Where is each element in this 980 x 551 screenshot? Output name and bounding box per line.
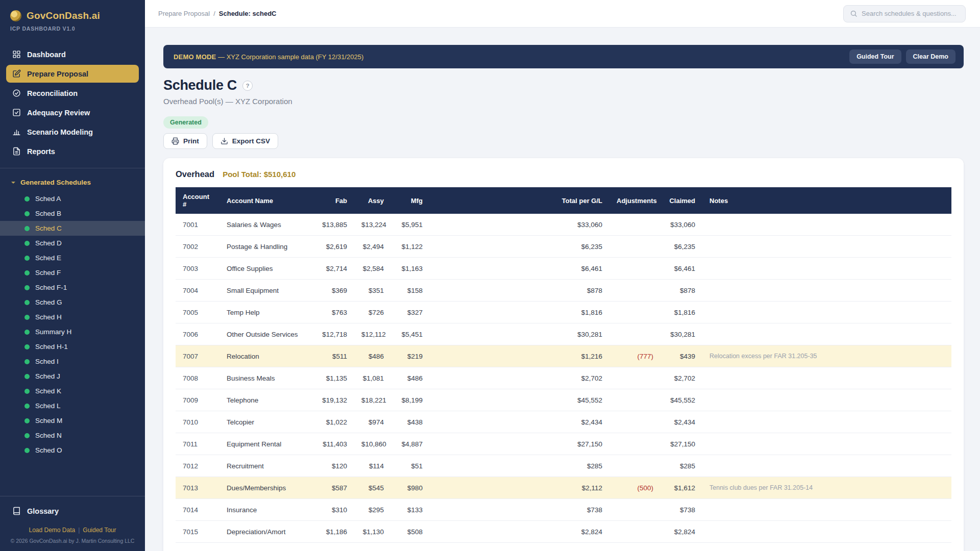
cell-mfg: $980	[391, 477, 430, 499]
cell-notes: Relocation excess per FAR 31.205-35	[702, 345, 951, 367]
schedule-item-sched-g[interactable]: Sched G	[0, 295, 145, 310]
help-icon[interactable]: ?	[242, 81, 253, 91]
guided-tour-link[interactable]: Guided Tour	[83, 527, 116, 534]
cell-mfg: $5,951	[391, 214, 430, 236]
column-header-mfg: Mfg	[391, 187, 430, 214]
cell-name: Relocation	[219, 345, 307, 367]
cell-assy: $974	[354, 411, 391, 433]
schedule-item-sched-h[interactable]: Sched H	[0, 310, 145, 324]
sidebar-item-dashboard[interactable]: Dashboard	[6, 45, 139, 63]
status-dot-icon	[24, 226, 30, 231]
schedule-item-label: Sched D	[35, 239, 62, 247]
cell-mfg: $486	[391, 367, 430, 389]
cell-total: $2,824	[430, 521, 609, 543]
check-circle-icon	[12, 89, 21, 97]
schedule-item-label: Sched L	[35, 402, 61, 410]
sidebar-item-reports[interactable]: Reports	[6, 142, 139, 160]
cell-adjustments	[609, 543, 660, 551]
cell-claimed: $439	[660, 345, 702, 367]
column-header-account-name: Account Name	[219, 187, 307, 214]
load-demo-data-link[interactable]: Load Demo Data	[29, 527, 75, 534]
sidebar-footer: Glossary Load Demo Data|Guided Tour © 20…	[0, 496, 145, 551]
cell-claimed: $285	[660, 455, 702, 477]
column-header-account-: Account #	[176, 187, 219, 214]
status-dot-icon	[24, 433, 30, 438]
cell-total: $1,216	[430, 345, 609, 367]
breadcrumb-parent[interactable]: Prepare Proposal	[158, 10, 210, 17]
schedule-item-sched-k[interactable]: Sched K	[0, 384, 145, 398]
cell-mfg: $5,451	[391, 323, 430, 345]
book-icon	[12, 507, 21, 515]
sidebar-item-reconciliation[interactable]: Reconciliation	[6, 84, 139, 102]
clear-demo-button[interactable]: Clear Demo	[906, 49, 955, 64]
sidebar-item-adequacy-review[interactable]: Adequacy Review	[6, 104, 139, 121]
cell-claimed: $2,824	[660, 521, 702, 543]
schedule-item-sched-f[interactable]: Sched F	[0, 265, 145, 280]
schedule-item-sched-h-1[interactable]: Sched H-1	[0, 339, 145, 354]
print-label: Print	[183, 137, 199, 145]
export-csv-button[interactable]: Export CSV	[212, 133, 278, 149]
cell-fab: $11,403	[307, 433, 354, 455]
cell-notes	[702, 214, 951, 236]
schedule-item-sched-a[interactable]: Sched A	[0, 191, 145, 206]
table-row-7009: 7009Telephone$19,132$18,221$8,199$45,552…	[176, 389, 951, 411]
column-header-adjustments: Adjustments	[609, 187, 660, 214]
schedule-item-sched-o[interactable]: Sched O	[0, 443, 145, 458]
cell-total: $1,681	[430, 543, 609, 551]
schedule-item-sched-f-1[interactable]: Sched F-1	[0, 280, 145, 295]
generated-schedules-header[interactable]: Generated Schedules	[0, 174, 145, 191]
schedule-item-summary-h[interactable]: Summary H	[0, 324, 145, 339]
schedule-item-sched-n[interactable]: Sched N	[0, 428, 145, 443]
cell-notes	[702, 236, 951, 258]
schedule-item-label: Sched N	[35, 432, 62, 439]
status-dot-icon	[24, 300, 30, 305]
search-box[interactable]	[843, 5, 966, 22]
schedule-item-sched-j[interactable]: Sched J	[0, 369, 145, 384]
schedule-item-sched-c[interactable]: Sched C	[0, 221, 145, 236]
sidebar: GovConDash.ai ICP DASHBOARD V1.0 Dashboa…	[0, 0, 145, 551]
schedule-item-sched-e[interactable]: Sched E	[0, 251, 145, 265]
cell-total: $285	[430, 455, 609, 477]
content: DEMO MODE — XYZ Corporation sample data …	[145, 28, 980, 551]
cell-name: Telcopier	[219, 411, 307, 433]
cell-adjustments	[609, 433, 660, 455]
cell-fab: $310	[307, 499, 354, 521]
column-header-fab: Fab	[307, 187, 354, 214]
search-input[interactable]	[862, 10, 959, 17]
sidebar-item-prepare-proposal[interactable]: Prepare Proposal	[6, 65, 139, 83]
table-row-7006: 7006Other Outside Services$12,718$12,112…	[176, 323, 951, 345]
status-dot-icon	[24, 211, 30, 216]
schedule-item-sched-l[interactable]: Sched L	[0, 398, 145, 413]
column-header-notes: Notes	[702, 187, 951, 214]
table-row-7013: 7013Dues/Memberships$587$545$980$2,112(5…	[176, 477, 951, 499]
schedule-item-sched-i[interactable]: Sched I	[0, 354, 145, 369]
cell-total: $1,816	[430, 302, 609, 323]
schedule-item-label: Sched M	[35, 417, 62, 424]
table-row-7008: 7008Business Meals$1,135$1,081$486$2,702…	[176, 367, 951, 389]
brand-name: GovConDash.ai	[27, 10, 100, 21]
cell-assy: $726	[354, 302, 391, 323]
cell-total: $878	[430, 280, 609, 302]
cell-claimed: $30,281	[660, 323, 702, 345]
cell-notes	[702, 499, 951, 521]
cell-name: Postage & Handling	[219, 236, 307, 258]
schedule-item-sched-m[interactable]: Sched M	[0, 413, 145, 428]
pool-name: Overhead	[176, 169, 214, 179]
cell-mfg: $8,199	[391, 389, 430, 411]
cell-account: 7003	[176, 258, 219, 280]
schedule-item-sched-d[interactable]: Sched D	[0, 236, 145, 251]
guided-tour-button[interactable]: Guided Tour	[849, 49, 901, 64]
cell-account: 7009	[176, 389, 219, 411]
page-subtitle: Overhead Pool(s) — XYZ Corporation	[163, 97, 964, 106]
sidebar-item-glossary[interactable]: Glossary	[6, 502, 139, 520]
cell-assy: $486	[354, 345, 391, 367]
sidebar-item-scenario-modeling[interactable]: Scenario Modeling	[6, 123, 139, 141]
schedule-item-sched-b[interactable]: Sched B	[0, 206, 145, 221]
cell-account: 7002	[176, 236, 219, 258]
cell-adjustments	[609, 214, 660, 236]
print-button[interactable]: Print	[163, 133, 207, 149]
cell-name: Insurance	[219, 499, 307, 521]
cell-notes	[702, 258, 951, 280]
schedule-item-label: Sched F	[35, 269, 61, 277]
status-dot-icon	[24, 418, 30, 423]
